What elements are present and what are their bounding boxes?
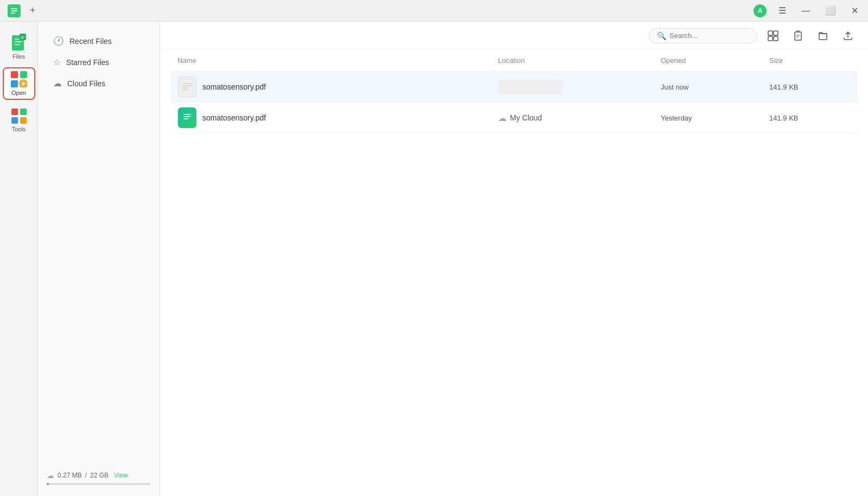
file-icon-gray: [177, 77, 197, 97]
sidebar-item-open[interactable]: Open: [3, 67, 35, 100]
svg-rect-17: [181, 79, 194, 94]
tools-icon: [11, 109, 27, 124]
svg-rect-8: [11, 109, 18, 115]
close-button[interactable]: ✕: [848, 4, 861, 17]
window-controls: A ☰ — ⬜ ✕: [754, 4, 861, 17]
nav-panel: 🕐 Recent Files ☆ Starred Files ☁ Cloud F…: [38, 22, 160, 496]
nav-recent-files-label: Recent Files: [69, 37, 112, 46]
storage-bar: [47, 483, 151, 485]
files-icon: [11, 34, 27, 51]
main-content: 🔍: [160, 22, 868, 496]
cloud-nav-icon: ☁: [53, 78, 62, 88]
svg-rect-9: [20, 109, 27, 115]
table-header: Name Location Opened Size: [171, 50, 857, 72]
table-row[interactable]: somatosensory.pdf ☁ My Cloud Yesterday 1…: [171, 103, 857, 133]
minimize-button[interactable]: —: [798, 5, 813, 17]
location-cell-1: [498, 79, 661, 94]
col-location: Location: [498, 56, 661, 65]
col-name: Name: [177, 56, 498, 65]
cloud-location-icon: ☁: [498, 113, 507, 123]
svg-rect-4: [20, 71, 27, 78]
location-text-2: My Cloud: [510, 113, 542, 122]
svg-rect-15: [774, 36, 778, 41]
file-table: Name Location Opened Size: [160, 50, 868, 496]
file-name-2: somatosensory.pdf: [202, 113, 266, 122]
file-name-cell: somatosensory.pdf: [177, 77, 498, 97]
open-icon: [11, 71, 27, 87]
col-opened: Opened: [661, 56, 769, 65]
user-avatar[interactable]: A: [754, 4, 767, 17]
file-name-1: somatosensory.pdf: [202, 82, 266, 91]
titlebar: + A ☰ — ⬜ ✕: [0, 0, 868, 22]
files-label: Files: [12, 53, 25, 60]
clock-icon: 🕐: [53, 36, 64, 46]
maximize-button[interactable]: ⬜: [822, 4, 839, 17]
sidebar-item-files[interactable]: Files: [3, 30, 35, 63]
clipboard-button[interactable]: [789, 27, 807, 45]
menu-button[interactable]: ☰: [775, 4, 789, 17]
cloud-storage-icon: ☁: [47, 471, 54, 480]
storage-used: 0.27 MB: [58, 472, 82, 479]
col-size: Size: [769, 56, 851, 65]
size-cell-2: 141.9 KB: [769, 114, 851, 122]
svg-rect-14: [768, 36, 773, 41]
app-logo: [7, 3, 22, 18]
open-label: Open: [11, 90, 26, 96]
view-toggle-button[interactable]: [764, 27, 782, 45]
location-highlight: [498, 79, 563, 94]
opened-cell-2: Yesterday: [661, 114, 769, 122]
app-body: Files Open Tools: [0, 22, 868, 496]
storage-bar-fill: [47, 483, 49, 485]
storage-info: ☁ 0.27 MB / 22 GB View: [47, 471, 151, 480]
svg-rect-3: [11, 71, 18, 78]
folder-button[interactable]: [814, 27, 832, 45]
opened-cell-1: Just now: [661, 83, 769, 91]
search-icon: 🔍: [657, 31, 666, 40]
size-cell-1: 141.9 KB: [769, 83, 851, 91]
storage-total: 22 GB: [90, 472, 108, 479]
table-row[interactable]: somatosensory.pdf Just now 141.9 KB: [171, 72, 857, 103]
nav-cloud-files-label: Cloud Files: [67, 79, 105, 88]
nav-starred-files[interactable]: ☆ Starred Files: [42, 52, 155, 73]
tools-label: Tools: [12, 126, 26, 132]
export-button[interactable]: [839, 27, 857, 45]
sidebar-icons: Files Open Tools: [0, 22, 38, 496]
nav-starred-files-label: Starred Files: [66, 58, 109, 67]
search-input[interactable]: [669, 31, 749, 40]
svg-rect-10: [11, 117, 18, 124]
file-name-cell: somatosensory.pdf: [177, 108, 498, 128]
file-icon-green: [177, 108, 197, 128]
nav-recent-files[interactable]: 🕐 Recent Files: [42, 30, 155, 52]
star-icon: ☆: [53, 57, 61, 67]
svg-rect-12: [768, 31, 773, 35]
search-box[interactable]: 🔍: [649, 28, 757, 43]
svg-rect-5: [11, 80, 18, 87]
storage-view-button[interactable]: View: [114, 472, 128, 479]
svg-rect-11: [20, 117, 27, 124]
toolbar: 🔍: [160, 22, 868, 50]
new-tab-button[interactable]: +: [26, 4, 39, 17]
svg-rect-16: [795, 32, 801, 40]
nav-cloud-files[interactable]: ☁ Cloud Files: [42, 73, 155, 94]
location-cell-2: ☁ My Cloud: [498, 113, 661, 123]
svg-rect-13: [774, 31, 778, 35]
sidebar-item-tools[interactable]: Tools: [3, 104, 35, 137]
